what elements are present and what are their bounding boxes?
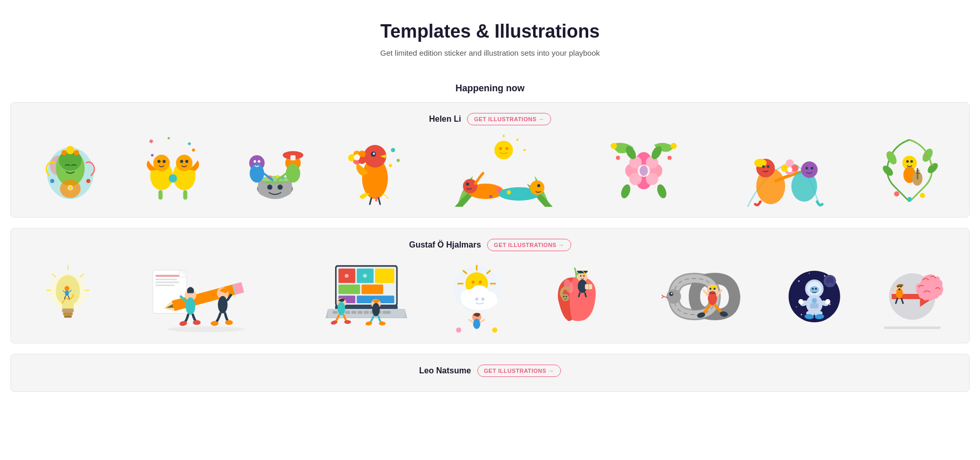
illustration-helen-li-4[interactable] [330, 135, 425, 207]
svg-point-123 [908, 197, 912, 201]
svg-point-7 [50, 179, 54, 183]
svg-line-208 [480, 320, 485, 322]
illustration-gustaf-1[interactable] [23, 260, 112, 333]
svg-point-17 [153, 155, 170, 171]
svg-point-229 [671, 293, 673, 294]
svg-point-53 [354, 154, 360, 160]
artist-header-helen-li: Helen Li GET ILLUSTRATIONS → [23, 113, 957, 125]
svg-point-113 [906, 160, 909, 163]
svg-point-259 [825, 299, 830, 304]
svg-text:♪: ♪ [925, 152, 928, 159]
svg-point-14 [192, 149, 195, 152]
svg-point-268 [900, 286, 902, 288]
svg-point-72 [507, 190, 511, 194]
illustration-gustaf-4[interactable] [432, 260, 521, 333]
page-title: Templates & Illustrations [10, 21, 970, 42]
svg-point-96 [762, 166, 765, 168]
svg-point-241 [824, 275, 825, 277]
svg-point-213 [563, 296, 564, 298]
svg-point-15 [151, 154, 154, 157]
svg-point-57 [396, 159, 400, 162]
get-illustrations-button-helen-li[interactable]: GET ILLUSTRATIONS → [467, 113, 551, 125]
illustration-helen-li-2[interactable] [126, 135, 220, 207]
illustration-helen-li-8[interactable]: ♪ ♫ [862, 135, 957, 207]
illustration-gustaf-3[interactable] [290, 260, 424, 333]
svg-point-21 [176, 155, 192, 171]
illustration-helen-li-5[interactable] [433, 135, 574, 207]
svg-point-56 [391, 148, 395, 152]
svg-point-206 [473, 319, 480, 329]
artist-card-leo-natsume: Leo Natsume GET ILLUSTRATIONS → [10, 354, 970, 392]
illustration-gustaf-8[interactable] [868, 260, 957, 333]
svg-point-95 [754, 159, 767, 167]
svg-point-203 [475, 298, 478, 301]
svg-point-86 [616, 156, 620, 160]
artist-header-gustaf-hjalmars: Gustaf Ö Hjalmars GET ILLUSTRATIONS → [23, 239, 957, 251]
get-illustrations-button-gustaf-hjalmars[interactable]: GET ILLUSTRATIONS → [487, 239, 571, 251]
svg-point-212 [562, 294, 569, 301]
svg-point-251 [812, 288, 814, 290]
svg-point-152 [193, 320, 201, 325]
svg-point-8 [86, 179, 90, 183]
svg-point-99 [801, 161, 818, 178]
svg-line-61 [517, 139, 518, 141]
svg-rect-177 [364, 311, 369, 314]
svg-point-36 [254, 160, 256, 163]
svg-point-92 [655, 183, 668, 200]
svg-point-186 [372, 303, 380, 316]
svg-point-182 [338, 302, 345, 315]
svg-point-149 [186, 298, 196, 315]
illustration-gustaf-7[interactable] [770, 260, 859, 333]
illustration-gustaf-2[interactable] [121, 260, 281, 333]
svg-rect-12 [187, 142, 191, 145]
svg-rect-126 [63, 313, 73, 316]
svg-point-223 [580, 275, 582, 277]
svg-point-97 [767, 166, 770, 168]
svg-rect-141 [156, 278, 177, 280]
svg-point-231 [708, 291, 717, 305]
illustration-helen-li-7[interactable] [713, 135, 854, 207]
illustration-helen-li-3[interactable] [228, 135, 322, 207]
svg-rect-140 [156, 275, 180, 277]
illustration-gustaf-6[interactable] [627, 260, 761, 333]
svg-point-188 [379, 322, 386, 325]
svg-point-58 [389, 164, 392, 167]
svg-point-237 [713, 288, 716, 290]
svg-point-100 [806, 167, 808, 170]
svg-point-114 [910, 160, 913, 163]
svg-line-135 [80, 274, 84, 277]
illustration-gustaf-5[interactable] [530, 260, 619, 333]
svg-point-105 [791, 165, 799, 172]
svg-point-64 [505, 147, 508, 150]
svg-point-23 [185, 160, 188, 163]
svg-point-258 [799, 299, 804, 304]
svg-point-104 [781, 165, 788, 172]
svg-point-128 [64, 286, 69, 290]
artist-name-helen-li: Helen Li [429, 114, 461, 124]
artist-card-helen-li: Helen Li GET ILLUSTRATIONS → [10, 102, 970, 218]
svg-point-88 [640, 166, 648, 176]
svg-point-63 [499, 147, 502, 150]
svg-point-240 [809, 273, 810, 274]
svg-point-236 [709, 288, 711, 290]
svg-point-84 [611, 143, 617, 149]
svg-rect-143 [156, 285, 175, 286]
svg-line-226 [585, 293, 586, 297]
illustration-helen-li-6[interactable] [583, 135, 705, 207]
svg-point-30 [261, 176, 290, 184]
section-heading-happening-now: Happening now [0, 83, 980, 94]
get-illustrations-button-leo-natsume[interactable]: GET ILLUSTRATIONS → [477, 365, 561, 377]
illustration-helen-li-1[interactable] [23, 135, 118, 207]
svg-point-28 [268, 185, 273, 190]
svg-point-158 [168, 326, 244, 332]
svg-rect-180 [383, 311, 391, 314]
svg-point-227 [667, 289, 681, 304]
svg-point-29 [278, 185, 283, 190]
svg-rect-26 [183, 190, 187, 200]
svg-point-184 [344, 320, 351, 324]
svg-line-54 [370, 198, 371, 204]
svg-rect-174 [345, 311, 350, 314]
artist-header-leo-natsume: Leo Natsume GET ILLUSTRATIONS → [23, 365, 957, 377]
svg-point-157 [225, 320, 233, 325]
svg-point-245 [801, 314, 802, 316]
